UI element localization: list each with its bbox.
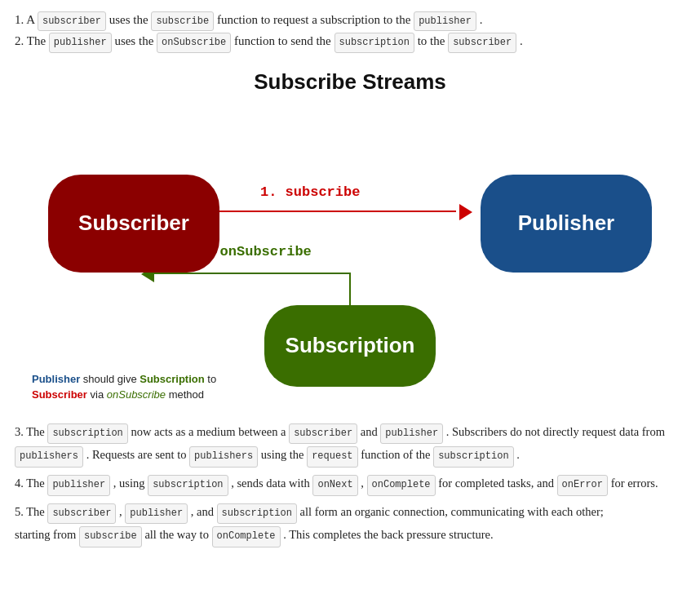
intro-1-code2: subscribe [151,11,214,31]
p5-c1: subscriber [47,503,116,525]
p4-c1: publisher [47,475,110,496]
p3-c6: request [307,446,357,468]
p3-t7: function of the [361,448,430,461]
p5-t6: . This completes the back pressure struc… [283,528,493,541]
p5-t5: all the way to [144,528,209,541]
p3-t2: now acts as a medium between a [131,425,286,438]
publisher-node: Publisher [481,175,652,273]
subscription-label: Subscription [286,333,415,358]
p4-t5: for completed tasks, and [438,477,554,490]
p3-t5: . Requests are sent to [86,448,187,461]
p3-t4: . Subscribers do not directly request da… [446,425,665,438]
p4-t1: 4. The [15,477,45,490]
p4-t4: , [361,477,364,490]
diagram-section: Subscribe Streams 1. subscribe 2. onSubs… [15,69,685,411]
p3-c3: publisher [380,423,443,445]
intro-2-mid2: function to send the [234,34,331,47]
intro-1-prefix: 1. A [15,13,34,26]
p3-c4: publishers [15,446,83,468]
subscriber-label: Subscriber [78,211,189,236]
p5-c2: publisher [125,503,188,525]
p4-c2: subscription [148,475,228,496]
p3-c2: subscriber [289,423,357,445]
para-4: 4. The publisher , using subscription , … [15,472,685,496]
intro-1-mid2: function to request a subscription to th… [217,13,410,26]
intro-2-code3: subscription [334,33,414,52]
note-text-2: to [205,373,216,385]
intro-line-1: 1. A subscriber uses the subscribe funct… [15,10,685,31]
p4-c5: onError [557,475,608,496]
p5-t1: 5. The [15,505,45,518]
note-subscription: Subscription [140,373,204,385]
p3-t1: 3. The [15,425,45,438]
para-3: 3. The subscription now acts as a medium… [15,421,685,468]
intro-1-code1: subscriber [38,11,106,31]
intro-section: 1. A subscriber uses the subscribe funct… [15,10,685,53]
intro-2-prefix: 2. The [15,34,46,47]
intro-2-suffix: . [520,34,523,47]
intro-1-mid1: uses the [109,13,148,26]
note-onsubscribe: onSubscribe [107,388,166,401]
intro-2-code2: onSubscribe [157,33,231,52]
note-text-4: method [166,388,204,401]
p5-t2: , [119,505,122,518]
p5-c4: subscribe [79,526,142,547]
diagram-area: 1. subscribe 2. onSubscribe Subscriber P… [32,109,668,411]
intro-2-code4: subscriber [448,33,516,52]
note-text-1: should give [80,373,140,385]
intro-1-code3: publisher [414,11,476,31]
diagram-note: Publisher should give Subscription toSub… [32,371,216,403]
intro-line-2: 2. The publisher uses the onSubscribe fu… [15,31,685,52]
subscribe-arrow-label: 1. subscribe [260,184,360,200]
p3-c1: subscription [47,423,127,445]
bottom-section: 3. The subscription now acts as a medium… [15,421,685,547]
subscriber-node: Subscriber [48,175,219,273]
subscribe-arrow: 1. subscribe [219,199,472,224]
diagram-title: Subscribe Streams [15,69,685,95]
subscribe-arrow-head [459,204,472,220]
para-5: 5. The subscriber , publisher , and subs… [15,501,685,547]
p4-t2: , using [113,477,145,490]
p3-c5: publishers [189,446,258,468]
p4-t3: , sends data with [231,477,310,490]
p3-suffix: . [516,448,520,461]
p5-c3: subscription [217,503,297,525]
p4-c3: onNext [312,475,357,496]
p3-c7: subscription [433,446,513,468]
publisher-label: Publisher [518,211,614,236]
p4-t6: for errors. [611,477,658,490]
p4-c4: onComplete [367,475,436,496]
subscription-node: Subscription [264,305,436,387]
note-subscriber: Subscriber [32,388,87,401]
p5-t3: , and [191,505,214,518]
note-publisher: Publisher [32,373,80,385]
subscribe-arrow-line [219,211,456,212]
note-text-3: via [87,388,107,401]
intro-2-code1: publisher [49,33,112,52]
p5-c5: onComplete [212,526,281,547]
p3-t6: using the [261,448,304,461]
onsubscribe-horiz-line [154,273,351,274]
intro-1-suffix: . [480,13,483,26]
